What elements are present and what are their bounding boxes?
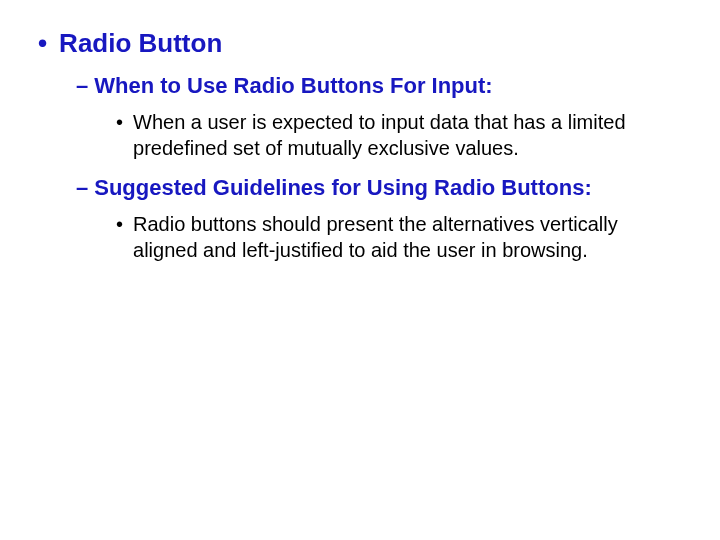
bullet-icon: • (116, 109, 123, 135)
bullet-icon: • (116, 211, 123, 237)
section-1-item-1: • When a user is expected to input data … (116, 109, 720, 161)
section-2-item-1-text: Radio buttons should present the alterna… (133, 211, 660, 263)
section-1-item-1-text: When a user is expected to input data th… (133, 109, 660, 161)
dash-icon: – (76, 73, 88, 98)
section-2-title: Suggested Guidelines for Using Radio But… (94, 175, 591, 200)
slide-content: •Radio Button –When to Use Radio Buttons… (0, 28, 720, 540)
section-2-item-1: • Radio buttons should present the alter… (116, 211, 720, 263)
section-1-title: When to Use Radio Buttons For Input: (94, 73, 492, 98)
heading-text: Radio Button (59, 28, 222, 59)
dash-icon: – (76, 175, 88, 200)
bullet-icon: • (38, 28, 47, 59)
section-2-title-row: –Suggested Guidelines for Using Radio Bu… (76, 175, 720, 201)
heading-row: •Radio Button (38, 28, 720, 59)
section-1-title-row: –When to Use Radio Buttons For Input: (76, 73, 720, 99)
